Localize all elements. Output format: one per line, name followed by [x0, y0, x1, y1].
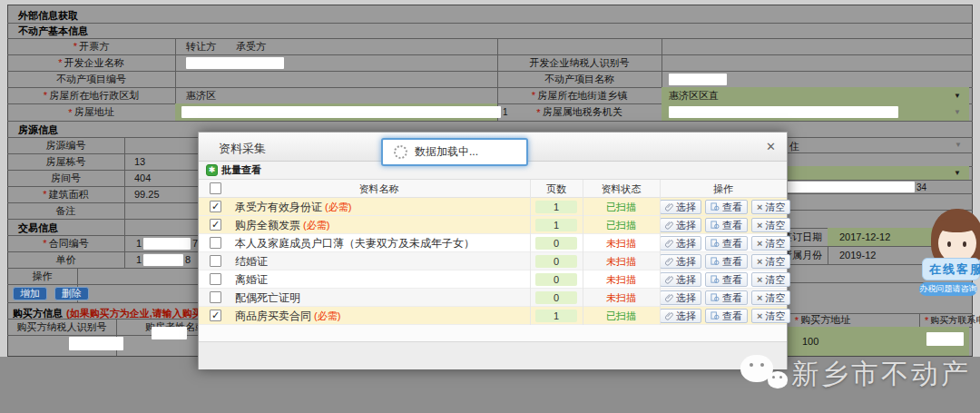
frame-left — [0, 5, 7, 357]
street-select[interactable]: 惠济区区直▼ — [662, 87, 969, 103]
delete-button[interactable]: 删除 — [54, 287, 89, 300]
table-header: 资料名称 页数 资料状态 操作 — [199, 180, 787, 198]
required-mark: * — [536, 107, 540, 118]
room-label: 房间号 — [7, 170, 124, 186]
row-actions: 选择 查看 ×清空 — [660, 218, 790, 232]
attach-icon — [665, 311, 673, 320]
view-file-button[interactable]: 查看 — [705, 290, 748, 305]
pages-badge: 0 — [535, 273, 577, 286]
street-label: *房屋所在地街道乡镇 — [497, 87, 662, 103]
material-name: 购房全额发票(必需) — [235, 216, 329, 234]
required-mark: * — [795, 315, 799, 326]
row-checkbox[interactable] — [210, 255, 221, 267]
row-checkbox[interactable] — [210, 291, 221, 303]
view-file-button[interactable]: 查看 — [705, 200, 748, 214]
batch-view-icon: ✱ — [206, 164, 218, 176]
row-checkbox[interactable]: ✓ — [210, 219, 221, 231]
row-status: 未扫描 — [583, 234, 660, 252]
buyer-phone-redaction — [926, 332, 964, 346]
view-file-button[interactable]: 查看 — [705, 254, 748, 269]
table-row: 离婚证 0 未扫描 选择 查看 ×清空 — [199, 270, 787, 289]
select-file-button[interactable]: 选择 — [660, 309, 701, 323]
online-service-bubble[interactable]: 在线客服 — [922, 258, 980, 280]
option-transferor[interactable]: 转让方 — [186, 41, 216, 52]
pages-badge: 1 — [535, 219, 577, 231]
service-sub-bubble[interactable]: 办税问题请咨询 — [919, 282, 977, 296]
pages-badge: 0 — [535, 255, 577, 268]
required-mark: * — [44, 90, 47, 101]
buyer-name-input[interactable] — [152, 327, 187, 339]
required-mark: * — [925, 315, 928, 326]
loading-text: 数据加载中... — [415, 144, 478, 160]
batch-view-button[interactable]: 批量查看 — [221, 163, 261, 177]
select-file-button[interactable]: 选择 — [660, 218, 701, 232]
sign-date-value: 2017-12-12 — [839, 229, 890, 245]
chevron-down-icon[interactable]: ▼ — [954, 109, 961, 116]
column-name: 资料名称 — [228, 180, 530, 198]
spinner-icon — [394, 145, 407, 159]
dev-taxid-label: 开发企业纳税人识别号 — [497, 54, 662, 71]
clear-icon: × — [757, 220, 762, 231]
contract-prefix: 1 — [136, 235, 142, 251]
wechat-icon-small-bubble — [768, 371, 788, 388]
clear-file-button[interactable]: ×清空 — [751, 200, 790, 214]
column-status: 资料状态 — [583, 180, 660, 198]
select-file-button[interactable]: 选择 — [660, 272, 701, 287]
required-mark: * — [43, 189, 46, 200]
attach-icon — [665, 202, 673, 211]
view-icon — [710, 221, 720, 230]
price-label: 单价 — [7, 251, 124, 268]
avatar-eye — [947, 241, 951, 247]
house-type-fragment: 住 — [789, 138, 799, 154]
select-file-button[interactable]: 选择 — [660, 254, 701, 269]
row-checkbox[interactable] — [210, 237, 221, 249]
column-pages: 页数 — [530, 180, 583, 198]
select-all-checkbox[interactable] — [210, 182, 221, 194]
chevron-down-icon[interactable]: ▼ — [954, 93, 961, 100]
table-row: 结婚证 0 未扫描 选择 查看 ×清空 — [199, 252, 787, 270]
material-name: 本人及家庭成员户口薄（夫妻双方及未成年子女） — [235, 234, 477, 252]
select-file-button[interactable]: 选择 — [660, 200, 701, 214]
contract-redaction — [143, 238, 191, 250]
row-status: 未扫描 — [583, 252, 660, 270]
add-button[interactable]: 增加 — [13, 287, 47, 300]
clear-file-button[interactable]: ×清空 — [751, 254, 790, 269]
row-actions: 选择 查看 ×清空 — [660, 309, 790, 323]
project-name-input[interactable] — [669, 74, 727, 85]
building-value: 13 — [134, 153, 145, 170]
table-row: ✓ 商品房买卖合同(必需) 1 已扫描 选择 查看 ×清空 — [199, 307, 787, 325]
district-label: *房屋所在地行政区划 — [7, 87, 175, 103]
view-file-button[interactable]: 查看 — [705, 309, 748, 323]
buyer-taxid-input[interactable] — [69, 337, 123, 350]
row-status: 未扫描 — [583, 289, 660, 307]
clear-file-button[interactable]: ×清空 — [751, 218, 790, 232]
loading-toast: 数据加载中... — [381, 138, 528, 166]
row-checkbox[interactable] — [210, 273, 221, 285]
select-file-button[interactable]: 选择 — [660, 236, 701, 251]
view-file-button[interactable]: 查看 — [705, 272, 748, 287]
wechat-icon-eye — [772, 376, 775, 379]
table-row: 本人及家庭成员户口薄（夫妻双方及未成年子女） 0 未扫描 选择 查看 ×清空 — [199, 234, 787, 252]
invoicer-options[interactable]: 转让方承受方 — [186, 38, 266, 54]
chevron-down-icon[interactable]: ▼ — [954, 170, 961, 177]
row-checkbox[interactable]: ✓ — [210, 201, 221, 212]
option-transferee[interactable]: 承受方 — [236, 41, 266, 52]
price-suffix: 8 — [185, 251, 191, 268]
close-icon[interactable]: ✕ — [766, 140, 776, 153]
required-mark: * — [58, 57, 62, 68]
clear-file-button[interactable]: ×清空 — [751, 309, 790, 323]
clear-file-button[interactable]: ×清空 — [751, 236, 790, 251]
view-file-button[interactable]: 查看 — [705, 236, 748, 251]
operation-label: 操作 — [7, 268, 77, 284]
select-file-button[interactable]: 选择 — [660, 290, 701, 305]
buyer-addr-value: 100 — [802, 333, 818, 349]
clear-icon: × — [757, 310, 762, 321]
row-checkbox[interactable]: ✓ — [210, 310, 221, 321]
view-file-button[interactable]: 查看 — [705, 218, 748, 232]
dev-name-input[interactable] — [186, 57, 284, 69]
remark-label: 备注 — [7, 202, 124, 219]
pages-badge: 1 — [535, 201, 577, 213]
clear-file-button[interactable]: ×清空 — [751, 272, 790, 287]
clear-file-button[interactable]: ×清空 — [751, 290, 790, 305]
row-actions: 选择 查看 ×清空 — [660, 254, 790, 269]
